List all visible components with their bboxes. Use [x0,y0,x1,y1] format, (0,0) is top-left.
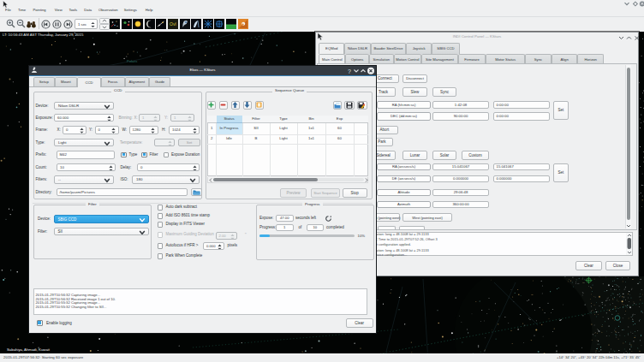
svg-text:Ovl: Ovl [170,21,176,27]
svg-text:Polaris: Polaris [127,59,137,63]
svg-text:?: ? [348,68,351,74]
